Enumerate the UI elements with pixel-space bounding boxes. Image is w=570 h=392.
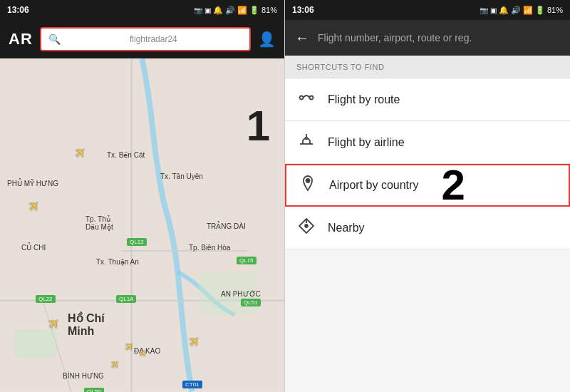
map-label-thuan-an: Tx. Thuận An	[96, 258, 139, 266]
road-ql51: QL51	[241, 299, 261, 306]
status-icons-left: 📷 ▣ 🔔 🔊 📶 🔋 81%	[194, 6, 277, 15]
map-label-hcm: Hồ ChíMinh	[68, 311, 105, 338]
airport-icon	[298, 175, 318, 196]
menu-item-flight-by-airline[interactable]: Flight by airline	[285, 121, 570, 164]
flight-by-airline-label: Flight by airline	[328, 136, 405, 149]
map-label-ben-cat: Tx. Bến Cát	[107, 151, 145, 159]
right-panel: 13:06 📷 ▣ 🔔 🔊 📶 🔋 81% ← Flight number, a…	[285, 0, 570, 392]
flightradar-logo: flightradar24	[65, 34, 242, 44]
svg-point-10	[305, 225, 308, 227]
annotation-2: 2	[441, 164, 465, 207]
map-label-tan-uyen: Tx. Tân Uyên	[160, 172, 203, 180]
road-ql15: QL15	[237, 257, 256, 264]
menu-item-nearby[interactable]: Nearby	[285, 207, 570, 249]
profile-icon[interactable]: 👤	[258, 31, 276, 48]
left-panel: 13:06 📷 ▣ 🔔 🔊 📶 🔋 81% AR 🔍 flightradar24…	[0, 0, 285, 392]
map-label-binh-hung: BÌNH HƯNG	[63, 372, 104, 380]
map-label-trang-dai: TRẢNG DÀI	[207, 222, 246, 230]
nearby-label: Nearby	[328, 222, 365, 234]
svg-point-8	[310, 96, 314, 99]
map-label-phu-my-hung: PHỦ MỸ HƯNG	[7, 180, 58, 187]
annotation-1: 1	[247, 101, 270, 150]
app-logo: AR	[9, 30, 33, 48]
rest-area	[285, 249, 570, 392]
map-area: PHỦ MỸ HƯNG CỦ CHI Tx. Bến Cát Tp. ThủDầ…	[0, 58, 284, 392]
nearby-icon	[296, 217, 316, 239]
status-icons-right: 📷 ▣ 🔔 🔊 📶 🔋 81%	[480, 6, 563, 15]
shortcuts-text: SHORTCUTS TO FIND	[296, 63, 384, 71]
search-icon: 🔍	[48, 33, 61, 45]
shortcuts-label: SHORTCUTS TO FIND	[285, 56, 570, 78]
status-bar-right: 13:06 📷 ▣ 🔔 🔊 📶 🔋 81%	[285, 0, 570, 20]
airport-by-country-label: Airport by country	[329, 179, 418, 192]
svg-rect-5	[14, 329, 57, 358]
search-header: ← Flight number, airport, route or reg.	[285, 20, 570, 56]
svg-point-7	[300, 96, 304, 99]
road-ct01: CT01	[182, 381, 202, 388]
road-ql22: QL22	[36, 295, 56, 303]
search-bar[interactable]: 🔍 flightradar24	[40, 27, 251, 51]
menu-item-flight-by-route[interactable]: Flight by route	[285, 78, 570, 121]
map-label-cu-chi: CỦ CHI	[21, 244, 46, 252]
status-bar-left: 13:06 📷 ▣ 🔔 🔊 📶 🔋 81%	[0, 0, 284, 20]
road-ql1a: QL1A	[116, 295, 136, 303]
road-ql13: QL13	[127, 238, 147, 246]
back-button[interactable]: ←	[295, 30, 309, 46]
map-label-an-phuoc: AN PHƯỚC	[221, 290, 261, 298]
map-label-bien-hoa: Tp. Biên Hòa	[189, 244, 230, 252]
airline-icon	[296, 132, 316, 153]
flight-by-route-label: Flight by route	[328, 93, 400, 106]
app-bar-left: AR 🔍 flightradar24 👤	[0, 20, 284, 58]
map-label-thu-dau-mot: Tp. ThủDầu Một	[86, 215, 113, 231]
svg-point-9	[306, 179, 310, 182]
status-time-left: 13:06	[7, 5, 29, 15]
menu-item-airport-by-country[interactable]: Airport by country 2	[285, 164, 570, 207]
route-icon	[296, 89, 316, 110]
road-ql50: QL50	[84, 388, 104, 392]
status-time-right: 13:06	[292, 5, 314, 15]
search-placeholder-text: Flight number, airport, route or reg.	[318, 32, 472, 43]
